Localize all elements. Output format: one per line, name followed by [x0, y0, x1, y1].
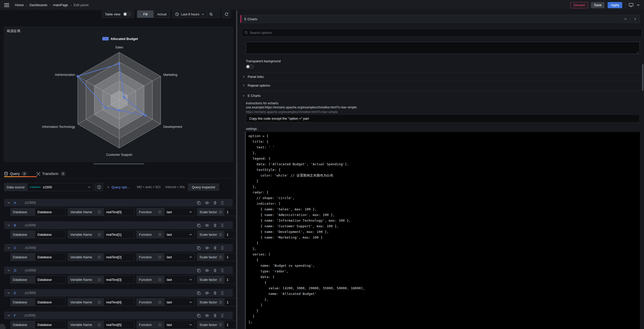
info-icon[interactable] — [98, 278, 101, 281]
time-range-picker[interactable]: Last 6 hours — [173, 11, 207, 18]
breadcrumb-item-mainpage[interactable]: mainPage — [53, 3, 68, 7]
panel-links-section[interactable]: Panel links — [240, 72, 640, 81]
options-pane-scrollbar[interactable] — [642, 64, 643, 91]
function-select[interactable]: last — [164, 321, 195, 329]
scale-factor-input[interactable] — [227, 210, 236, 214]
transparent-background-toggle[interactable] — [246, 65, 254, 69]
zoom-out-button[interactable] — [207, 11, 215, 18]
query-inspector-button[interactable]: Query inspector — [188, 183, 219, 191]
scale-factor-input[interactable] — [227, 233, 236, 237]
textarea-resize-handle[interactable] — [636, 51, 639, 54]
duplicate-query-icon[interactable] — [197, 201, 201, 205]
drag-handle-icon[interactable] — [221, 246, 224, 250]
visualization-header[interactable]: E Charts — [240, 15, 640, 23]
info-icon[interactable] — [98, 233, 101, 236]
pane-resize-handle[interactable] — [93, 163, 144, 164]
refresh-button[interactable] — [222, 10, 231, 18]
tab-query[interactable]: Query 6 — [4, 171, 27, 176]
duplicate-query-icon[interactable] — [197, 223, 201, 227]
function-select[interactable]: last — [164, 253, 195, 261]
chevron-down-icon[interactable] — [637, 3, 640, 7]
function-select[interactable]: last — [164, 298, 195, 306]
info-icon[interactable] — [98, 301, 101, 304]
scale-factor-input[interactable] — [227, 323, 236, 327]
database-input[interactable] — [37, 278, 63, 282]
breadcrumb-item-home[interactable]: Home — [15, 3, 24, 7]
drag-handle-icon[interactable] — [221, 269, 224, 272]
database-input[interactable] — [37, 323, 63, 327]
collapse-pane-icon[interactable] — [630, 15, 640, 23]
tv-mode-icon[interactable] — [629, 3, 633, 7]
delete-query-icon[interactable] — [213, 201, 217, 205]
toggle-visibility-icon[interactable] — [205, 223, 209, 227]
variable-name-input[interactable] — [106, 255, 132, 259]
info-icon[interactable] — [219, 323, 222, 326]
toggle-visibility-icon[interactable] — [205, 269, 209, 272]
variable-name-input[interactable] — [106, 210, 132, 214]
query-row-header-C[interactable]: C(s1500) — [4, 244, 233, 252]
query-row-header-B[interactable]: B(s1500) — [4, 221, 233, 229]
info-icon[interactable] — [158, 278, 162, 281]
save-button[interactable]: Save — [591, 2, 605, 8]
apply-button[interactable]: Apply — [608, 2, 622, 8]
toggle-visibility-icon[interactable] — [205, 201, 209, 205]
database-input[interactable] — [37, 210, 63, 214]
actual-segment[interactable]: Actual — [154, 11, 170, 18]
info-icon[interactable] — [219, 301, 222, 304]
duplicate-query-icon[interactable] — [197, 269, 201, 272]
panel-preview[interactable]: 能源监视 SalesAdministrationInformation Tech… — [4, 27, 233, 162]
query-row-header-D[interactable]: D(s1500) — [4, 266, 233, 274]
info-icon[interactable] — [98, 323, 101, 326]
query-options-expander[interactable]: Query opti... — [107, 185, 130, 189]
toggle-visibility-icon[interactable] — [205, 291, 209, 295]
fill-segment[interactable]: Fill — [137, 11, 154, 18]
info-icon[interactable] — [158, 301, 162, 304]
info-icon[interactable] — [158, 233, 162, 236]
helper-bubble[interactable] — [0, 324, 6, 329]
query-row-header-E[interactable]: E(s1500) — [4, 289, 233, 297]
variable-name-input[interactable] — [106, 233, 132, 237]
datasource-picker[interactable]: SIEMENS s1500 — [27, 183, 93, 191]
tab-transform[interactable]: Transform 0 — [36, 171, 66, 176]
repeat-options-section[interactable]: Repeat options — [240, 81, 640, 90]
delete-query-icon[interactable] — [213, 269, 217, 272]
variable-name-input[interactable] — [106, 278, 132, 282]
panel-description-textarea[interactable] — [246, 42, 640, 54]
duplicate-query-icon[interactable] — [197, 291, 201, 295]
function-select[interactable]: last — [164, 230, 195, 239]
datasource-help-button[interactable] — [95, 183, 103, 191]
info-icon[interactable] — [158, 255, 162, 259]
info-icon[interactable] — [219, 278, 222, 281]
drag-handle-icon[interactable] — [221, 223, 224, 227]
drag-handle-icon[interactable] — [221, 291, 224, 295]
breadcrumb-item-dashboards[interactable]: Dashboards — [29, 3, 47, 7]
drag-handle-icon[interactable] — [221, 201, 224, 205]
database-input[interactable] — [37, 300, 63, 304]
query-row-header-A[interactable]: A(s1500) — [4, 199, 233, 207]
info-icon[interactable] — [219, 210, 222, 214]
left-pane-scrollbar[interactable] — [236, 10, 238, 329]
echarts-code-editor[interactable]: option = { title: { text: ' ' }, legend:… — [245, 132, 640, 329]
database-input[interactable] — [37, 255, 63, 259]
search-input[interactable] — [250, 31, 639, 35]
function-select[interactable]: last — [164, 208, 195, 216]
delete-query-icon[interactable] — [213, 291, 217, 295]
delete-query-icon[interactable] — [213, 314, 217, 317]
viz-picker-chevron-icon[interactable] — [621, 15, 630, 23]
function-select[interactable]: last — [164, 275, 195, 284]
toggle-visibility-icon[interactable] — [205, 246, 209, 250]
scale-factor-input[interactable] — [227, 300, 236, 304]
duplicate-query-icon[interactable] — [197, 246, 201, 250]
echarts-example-link[interactable]: https://echarts.apache.org/examples/zh/e… — [246, 110, 338, 114]
info-icon[interactable] — [219, 255, 222, 259]
scale-factor-input[interactable] — [227, 278, 236, 282]
info-icon[interactable] — [158, 323, 162, 326]
table-view-toggle[interactable] — [123, 12, 131, 16]
duplicate-query-icon[interactable] — [197, 314, 201, 317]
info-icon[interactable] — [98, 210, 101, 214]
delete-query-icon[interactable] — [213, 223, 217, 227]
info-icon[interactable] — [158, 210, 162, 214]
copy-hint-input[interactable] — [249, 117, 637, 120]
query-row-header-F[interactable]: F(s1500) — [4, 312, 233, 319]
discard-button[interactable]: Discard — [570, 2, 588, 8]
